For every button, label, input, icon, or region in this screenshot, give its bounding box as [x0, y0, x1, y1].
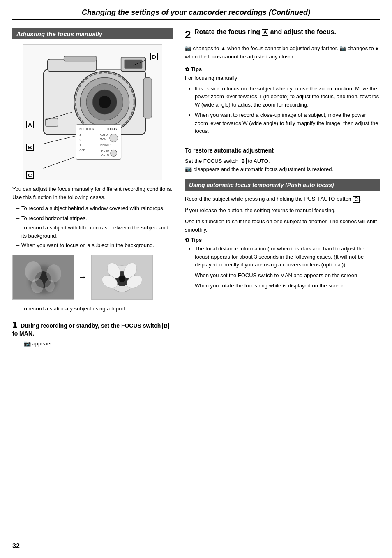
- svg-rect-9: [64, 56, 97, 61]
- left-column: Adjusting the focus manually: [12, 28, 173, 354]
- camera-illustration: NO FILTER FOCUS 3 2 1 OFF AUTO MAN INFIN…: [23, 44, 162, 180]
- bullet-item: When you want to focus on a subject in t…: [16, 241, 173, 250]
- svg-point-30: [111, 150, 117, 156]
- step2-box-a: A: [262, 29, 268, 36]
- paf-box-c: C: [353, 196, 360, 203]
- camera-diagram: NO FILTER FOCUS 3 2 1 OFF AUTO MAN INFIN…: [23, 44, 162, 180]
- svg-text:INFINITY: INFINITY: [100, 143, 112, 146]
- svg-point-27: [110, 134, 118, 142]
- svg-text:AUTO: AUTO: [101, 153, 110, 156]
- restore-heading: To restore automatic adjustment: [185, 147, 380, 154]
- step-2-header: 2 Rotate the focus ring A and adjust the…: [185, 28, 380, 41]
- tip-item: It is easier to focus on the subject whe…: [195, 85, 380, 109]
- tips2-list: The focal distance information (for when…: [189, 245, 380, 290]
- svg-text:OFF: OFF: [79, 149, 85, 152]
- tips-list: It is easier to focus on the subject whe…: [189, 85, 380, 135]
- svg-text:1: 1: [79, 144, 81, 147]
- svg-point-37: [45, 280, 55, 292]
- restore-box-b: B: [240, 158, 247, 164]
- svg-point-5: [99, 96, 111, 108]
- tip2-item: The focal distance information (for when…: [195, 245, 380, 269]
- svg-text:NO FILTER: NO FILTER: [79, 127, 94, 130]
- step-1-header: 1 During recording or standby, set the F…: [12, 316, 173, 337]
- svg-text:PUSH: PUSH: [101, 149, 109, 152]
- step-2-body: 📷 changes to ▲ when the focus cannot be …: [185, 44, 380, 60]
- arrow-right-icon: →: [78, 272, 87, 282]
- svg-text:MAN: MAN: [100, 137, 106, 140]
- tip2-item: – When you set the FOCUS switch to MAN a…: [189, 271, 380, 280]
- svg-line-14: [44, 135, 80, 144]
- tips-focusing: Tips For focusing manually It is easier …: [185, 66, 380, 135]
- paf-body1: Record the subject while pressing and ho…: [185, 195, 380, 203]
- svg-line-15: [44, 155, 80, 168]
- svg-rect-12: [143, 78, 152, 118]
- label-c: C: [26, 171, 34, 179]
- tip-item: When you want to record a close-up image…: [195, 111, 380, 135]
- tips-subtitle: For focusing manually: [185, 74, 380, 82]
- paf-heading: Using automatic focus temporarily (Push …: [185, 179, 380, 191]
- svg-text:AUTO: AUTO: [100, 133, 108, 136]
- svg-text:FOCUS: FOCUS: [107, 127, 117, 130]
- flower-focused: [91, 255, 153, 300]
- right-column: 2 Rotate the focus ring A and adjust the…: [181, 28, 380, 354]
- paf-body2: If you release the button, the setting r…: [185, 206, 380, 215]
- tips2-section: Tips The focal distance information (for…: [185, 237, 380, 290]
- svg-point-34: [25, 261, 42, 282]
- step-1-body: 📷 appears.: [24, 339, 173, 348]
- svg-text:3: 3: [79, 133, 81, 136]
- divider-1: [185, 141, 380, 141]
- label-d: D: [150, 53, 158, 60]
- bullet-item: To record horizontal stripes.: [16, 214, 173, 222]
- step1-box-b: B: [162, 323, 169, 329]
- paf-body3: Use this function to shift the focus on …: [185, 218, 380, 234]
- restore-body: Set the FOCUS switch B to AUTO. 📷 disapp…: [185, 157, 380, 174]
- intro-text: You can adjust the focus manually for di…: [12, 185, 173, 201]
- svg-rect-7: [125, 60, 143, 69]
- svg-point-36: [31, 278, 44, 293]
- extra-bullet-item: To record a stationary subject using a t…: [16, 305, 173, 313]
- svg-point-41: [119, 276, 125, 282]
- tips2-title: Tips: [185, 237, 380, 243]
- tips-title: Tips: [185, 66, 380, 72]
- tip2-item: – When you rotate the focus ring while i…: [189, 282, 380, 290]
- svg-text:2: 2: [79, 139, 81, 141]
- focus-bullets: To record a subject behind a window cove…: [16, 204, 173, 250]
- label-b: B: [26, 144, 34, 151]
- page-header: Changing the settings of your camcorder …: [12, 8, 380, 20]
- section-heading-focus: Adjusting the focus manually: [12, 28, 173, 39]
- page-number: 32: [12, 542, 20, 550]
- flower-comparison: →: [12, 255, 173, 300]
- step-2-block: 2 Rotate the focus ring A and adjust the…: [185, 28, 380, 60]
- label-a: A: [26, 121, 34, 128]
- step-1-block: 1 During recording or standby, set the F…: [12, 316, 173, 348]
- bullet-item: To record a subject with little contrast…: [16, 224, 173, 240]
- svg-rect-10: [46, 118, 58, 127]
- bullet-item: To record a subject behind a window cove…: [16, 204, 173, 213]
- header-title: Changing the settings of your camcorder …: [82, 8, 310, 16]
- flower-blurry: [12, 255, 74, 300]
- extra-bullet-list: To record a stationary subject using a t…: [16, 305, 173, 313]
